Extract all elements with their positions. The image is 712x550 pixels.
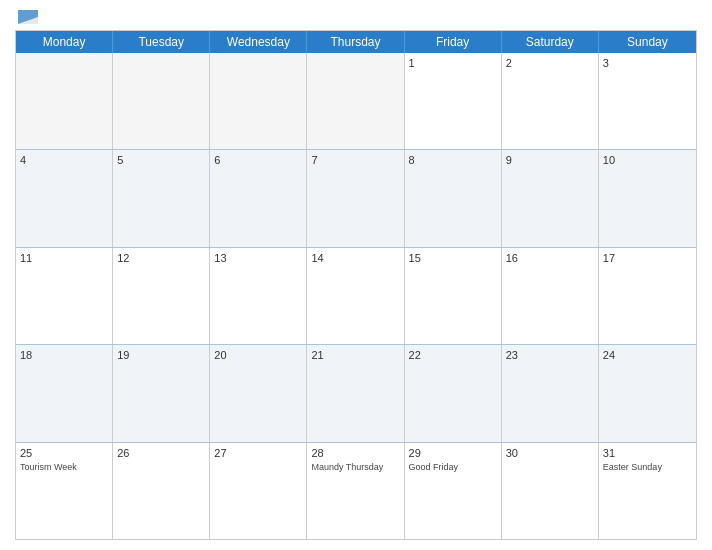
day-number: 25 [20, 446, 108, 460]
day-number: 15 [409, 251, 497, 265]
calendar: MondayTuesdayWednesdayThursdayFridaySatu… [15, 30, 697, 540]
holiday-name: Easter Sunday [603, 462, 692, 473]
day-number: 21 [311, 348, 399, 362]
week-row-3: 11121314151617 [16, 247, 696, 344]
day-header-monday: Monday [16, 31, 113, 53]
day-number: 23 [506, 348, 594, 362]
day-number: 1 [409, 56, 497, 70]
day-cell-14: 14 [307, 248, 404, 344]
day-number: 10 [603, 153, 692, 167]
day-number: 9 [506, 153, 594, 167]
day-cell-20: 20 [210, 345, 307, 441]
day-cell-2: 2 [502, 53, 599, 149]
day-number: 6 [214, 153, 302, 167]
day-number: 7 [311, 153, 399, 167]
day-cell-8: 8 [405, 150, 502, 246]
day-number: 27 [214, 446, 302, 460]
day-cell-empty [16, 53, 113, 149]
logo-flag-icon [18, 10, 38, 24]
day-number: 5 [117, 153, 205, 167]
week-row-4: 18192021222324 [16, 344, 696, 441]
day-number: 18 [20, 348, 108, 362]
day-cell-empty [210, 53, 307, 149]
day-cell-empty [113, 53, 210, 149]
day-cell-29: 29Good Friday [405, 443, 502, 539]
week-row-1: 123 [16, 53, 696, 149]
day-cell-10: 10 [599, 150, 696, 246]
day-cell-4: 4 [16, 150, 113, 246]
day-number: 13 [214, 251, 302, 265]
day-number: 2 [506, 56, 594, 70]
day-cell-17: 17 [599, 248, 696, 344]
weeks-container: 1234567891011121314151617181920212223242… [16, 53, 696, 539]
day-number: 28 [311, 446, 399, 460]
day-cell-11: 11 [16, 248, 113, 344]
day-cell-24: 24 [599, 345, 696, 441]
day-cell-22: 22 [405, 345, 502, 441]
day-header-sunday: Sunday [599, 31, 696, 53]
day-number: 22 [409, 348, 497, 362]
day-cell-9: 9 [502, 150, 599, 246]
day-cell-26: 26 [113, 443, 210, 539]
day-number: 29 [409, 446, 497, 460]
calendar-page: MondayTuesdayWednesdayThursdayFridaySatu… [0, 0, 712, 550]
day-header-thursday: Thursday [307, 31, 404, 53]
day-cell-28: 28Maundy Thursday [307, 443, 404, 539]
day-cell-23: 23 [502, 345, 599, 441]
week-row-2: 45678910 [16, 149, 696, 246]
day-cell-6: 6 [210, 150, 307, 246]
day-number: 30 [506, 446, 594, 460]
day-number: 16 [506, 251, 594, 265]
day-cell-25: 25Tourism Week [16, 443, 113, 539]
day-cell-18: 18 [16, 345, 113, 441]
day-number: 12 [117, 251, 205, 265]
day-number: 11 [20, 251, 108, 265]
day-cell-30: 30 [502, 443, 599, 539]
day-number: 31 [603, 446, 692, 460]
day-header-tuesday: Tuesday [113, 31, 210, 53]
day-cell-19: 19 [113, 345, 210, 441]
day-cell-3: 3 [599, 53, 696, 149]
day-number: 17 [603, 251, 692, 265]
day-number: 19 [117, 348, 205, 362]
day-cell-12: 12 [113, 248, 210, 344]
day-number: 14 [311, 251, 399, 265]
day-cell-5: 5 [113, 150, 210, 246]
day-number: 3 [603, 56, 692, 70]
day-cell-15: 15 [405, 248, 502, 344]
day-number: 24 [603, 348, 692, 362]
day-header-wednesday: Wednesday [210, 31, 307, 53]
day-cell-21: 21 [307, 345, 404, 441]
day-number: 26 [117, 446, 205, 460]
day-cell-16: 16 [502, 248, 599, 344]
day-cell-31: 31Easter Sunday [599, 443, 696, 539]
day-number: 8 [409, 153, 497, 167]
day-cell-1: 1 [405, 53, 502, 149]
day-header-friday: Friday [405, 31, 502, 53]
day-cell-7: 7 [307, 150, 404, 246]
holiday-name: Tourism Week [20, 462, 108, 473]
header [15, 10, 697, 24]
day-number: 20 [214, 348, 302, 362]
holiday-name: Good Friday [409, 462, 497, 473]
day-number: 4 [20, 153, 108, 167]
day-headers-row: MondayTuesdayWednesdayThursdayFridaySatu… [16, 31, 696, 53]
day-cell-13: 13 [210, 248, 307, 344]
day-cell-27: 27 [210, 443, 307, 539]
day-cell-empty [307, 53, 404, 149]
holiday-name: Maundy Thursday [311, 462, 399, 473]
week-row-5: 25Tourism Week262728Maundy Thursday29Goo… [16, 442, 696, 539]
day-header-saturday: Saturday [502, 31, 599, 53]
logo [15, 10, 38, 24]
